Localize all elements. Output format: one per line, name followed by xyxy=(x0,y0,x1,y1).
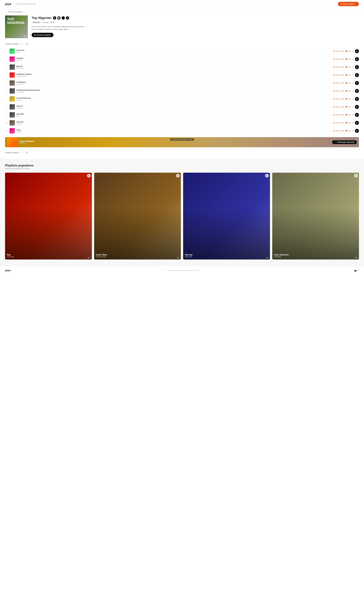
footer-social: 📷 f xyxy=(354,269,359,272)
card-play-icon[interactable]: ▶ xyxy=(176,174,180,178)
hand-stat: 👋 257 xyxy=(339,90,344,92)
track-play-button[interactable]: ▶ xyxy=(355,57,359,61)
promo-info: Vegas Montana Doctor Ly xyxy=(19,140,332,144)
instagram-icon[interactable]: 📷 xyxy=(354,269,357,272)
track-share-button[interactable]: ↗ xyxy=(352,98,353,100)
track-info: avare Kameni xyxy=(16,129,332,133)
track-play-button[interactable]: ▶ xyxy=(355,81,359,85)
stats-icon[interactable]: 📊 xyxy=(57,16,61,20)
track-title: avare xyxy=(16,129,332,131)
track-play-button[interactable]: ▶ xyxy=(355,65,359,69)
heart-stat: ❤️ 1.2k xyxy=(345,106,350,108)
track-stats: 🔥 1.9k 👋 257 ❤️ 1.2k xyxy=(333,130,350,132)
track-item: 9 pain killer gomez 🔥 1.9k 👋 257 ❤️ 1.2k… xyxy=(5,111,359,119)
track-item: 4 souffrance d'amour Stéphane Akam 🔥 1.9… xyxy=(5,71,359,79)
fire-stat: 🔥 1.9k xyxy=(333,82,338,84)
track-info: souffrance d'amour Stéphane Akam xyxy=(16,73,332,77)
playlist-info: Top Nigerian ⏺ 📊 ▶ Cloud rap 32 titres 2… xyxy=(32,15,359,38)
playlist-card[interactable]: Juice Selection Cloud Rap ▶ jaiye xyxy=(272,173,359,260)
track-play-button[interactable]: ▶ xyxy=(355,113,359,117)
hand-stat: 👋 257 xyxy=(339,122,344,124)
card-overlay: Rap Cloud Rap xyxy=(5,173,92,260)
playlist-card[interactable]: Rap Cloud Rap ▶ jaiye xyxy=(5,173,92,260)
spotify-icon[interactable]: ⏺ xyxy=(53,16,56,20)
track-number: 2 xyxy=(5,58,8,60)
fire-stat: 🔥 1.9k xyxy=(333,66,338,68)
hand-stat: 👋 257 xyxy=(339,66,344,68)
track-thumbnail xyxy=(10,65,15,70)
popular-section-subtitle: Sélection des playlists du moment xyxy=(5,168,359,170)
track-stats: 🔥 1.9k 👋 257 ❤️ 1.2k xyxy=(333,82,350,84)
promo-close-icon[interactable]: ✕ xyxy=(356,138,358,141)
playlists-grid: Rap Cloud Rap ▶ jaiye Good Vibes Afro Da… xyxy=(5,173,359,260)
facebook-share-icon[interactable]: f xyxy=(20,42,24,46)
share-label-bottom: Partager la playlist xyxy=(5,152,19,154)
track-artist: Dina xyxy=(16,52,332,53)
link-share-bottom-icon[interactable]: 🔗 xyxy=(25,151,29,154)
hand-stat: 👋 257 xyxy=(339,50,344,52)
track-share-button[interactable]: ↗ xyxy=(352,66,353,68)
track-thumbnail xyxy=(10,88,15,94)
playlist-card[interactable]: Good Vibes Afro Dancehall ▶ jaiye xyxy=(94,173,181,260)
card-title: Rap xyxy=(7,254,90,256)
track-share-button[interactable]: ↗ xyxy=(352,90,353,92)
track-number: 3 xyxy=(5,66,8,68)
cta-button[interactable]: Je suis un artiste → xyxy=(338,2,359,6)
playlist-title-row: Top Nigerian ⏺ 📊 ▶ xyxy=(32,16,359,20)
card-play-icon[interactable]: ▶ xyxy=(354,174,358,178)
track-thumbnail xyxy=(10,104,15,110)
track-play-button[interactable]: ▶ xyxy=(355,97,359,101)
fire-stat: 🔥 1.9k xyxy=(333,122,338,124)
track-share-button[interactable]: ↗ xyxy=(352,130,353,132)
track-share-button[interactable]: ↗ xyxy=(352,74,353,76)
track-item: 11 avare Kameni 🔥 1.9k 👋 257 ❤️ 1.2k ↗ ▶ xyxy=(5,127,359,135)
track-play-button[interactable]: ▶ xyxy=(355,89,359,93)
track-number: 7 xyxy=(5,98,8,100)
track-play-button[interactable]: ▶ xyxy=(355,105,359,109)
track-play-button[interactable]: ▶ xyxy=(355,121,359,125)
track-title: souffrance d'amour xyxy=(16,73,332,75)
track-number: 5 xyxy=(5,82,8,84)
track-list: 1 found you Dina 🔥 1.9k 👋 257 ❤️ 1.2k ↗ … xyxy=(0,47,364,135)
facebook-icon[interactable]: f xyxy=(358,269,359,272)
track-info: renaissance Ben Decca xyxy=(16,81,332,85)
youtube-icon[interactable]: ▶ xyxy=(66,16,69,20)
footer-logo: jaiye xyxy=(5,269,11,272)
track-share-button[interactable]: ↗ xyxy=(352,122,353,124)
card-genre: Afro Dancehall xyxy=(96,256,179,258)
breadcrumb[interactable]: ← Retour aux playlists xyxy=(0,8,364,14)
playlist-cover: TOPNIGERIAN jaiye xyxy=(5,15,28,38)
track-stats: 🔥 1.9k 👋 257 ❤️ 1.2k xyxy=(333,106,350,108)
track-share-button[interactable]: ↗ xyxy=(352,50,353,52)
listen-button[interactable]: ▶ Écouter la playlist xyxy=(32,33,53,37)
link-share-icon[interactable]: 🔗 xyxy=(25,42,29,46)
facebook-share-bottom-icon[interactable]: f xyxy=(20,151,24,154)
track-share-button[interactable]: ↗ xyxy=(352,114,353,116)
track-number: 1 xyxy=(5,50,8,52)
track-stats: 🔥 1.9k 👋 257 ❤️ 1.2k xyxy=(333,58,350,60)
promo-btn-label: ↓ Télécharger maintenant xyxy=(336,141,354,143)
track-play-button[interactable]: ▶ xyxy=(355,73,359,77)
track-title: womboh xyxy=(16,57,332,59)
fire-stat: 🔥 1.9k xyxy=(333,106,338,108)
track-item: 5 renaissance Ben Decca 🔥 1.9k 👋 257 ❤️ … xyxy=(5,79,359,87)
hand-stat: 👋 257 xyxy=(339,114,344,116)
track-stats: 🔥 1.9k 👋 257 ❤️ 1.2k xyxy=(333,122,350,124)
card-logo: jaiye xyxy=(177,257,180,258)
card-play-icon[interactable]: ▶ xyxy=(265,174,269,178)
track-share-button[interactable]: ↗ xyxy=(352,58,353,60)
apple-icon[interactable] xyxy=(62,16,65,20)
promo-download-button[interactable]: ↓ ↓ Télécharger maintenant xyxy=(332,140,357,144)
track-share-button[interactable]: ↗ xyxy=(352,82,353,84)
playlist-card[interactable]: Hip hop RnB Souls ▶ jaiye xyxy=(183,173,270,260)
track-number: 6 xyxy=(5,90,8,92)
track-artist: Mbassa xyxy=(16,59,332,61)
track-play-button[interactable]: ▶ xyxy=(355,129,359,133)
track-play-button[interactable]: ▶ xyxy=(355,49,359,53)
card-logo: jaiye xyxy=(266,257,269,258)
card-play-icon[interactable]: ▶ xyxy=(87,174,91,178)
track-info: found you Dina xyxy=(16,49,332,53)
hand-stat: 👋 257 xyxy=(339,106,344,108)
track-share-button[interactable]: ↗ xyxy=(352,106,353,108)
heart-stat: ❤️ 1.2k xyxy=(345,82,350,84)
